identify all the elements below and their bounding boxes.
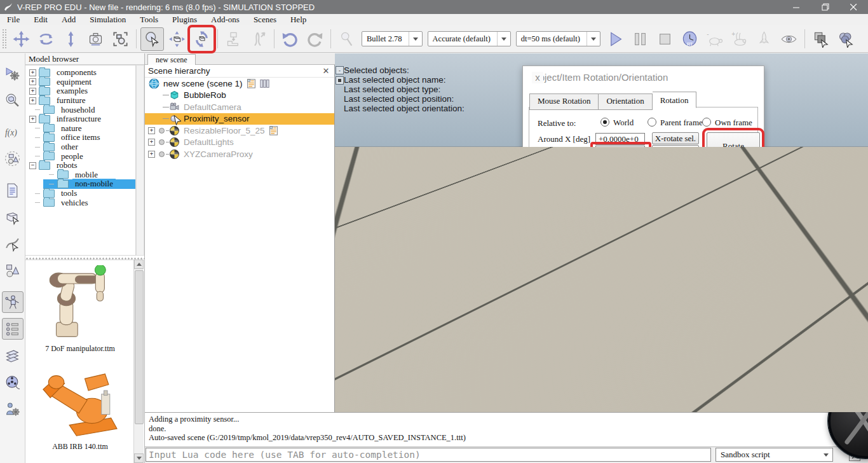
expand-icon[interactable]: + <box>29 116 36 123</box>
calculation-modules-button[interactable]: f(x) <box>2 121 24 142</box>
shape-edit-button[interactable] <box>2 206 24 228</box>
add-primitive-button[interactable] <box>2 259 24 281</box>
tab-new-scene[interactable]: new scene <box>147 54 196 66</box>
around-x-field[interactable]: +0.0000e+0 <box>595 133 645 145</box>
tab-rotation[interactable]: Rotation <box>653 92 697 108</box>
camera-settings-button[interactable] <box>2 89 24 111</box>
expand-icon[interactable]: + <box>29 88 36 95</box>
resources-icon[interactable] <box>260 79 269 88</box>
hierarchy-item-xyzcameraproxy[interactable]: +XYZCameraProxy <box>145 148 334 160</box>
rotate-selection-button[interactable]: Rotate selection <box>707 132 760 170</box>
menu-help[interactable]: Help <box>283 14 313 25</box>
radio-world[interactable]: World <box>600 118 634 128</box>
dialog-close-icon[interactable]: x <box>532 72 543 83</box>
scroll-up-icon[interactable] <box>134 259 144 269</box>
menu-simulation[interactable]: Simulation <box>83 14 133 25</box>
model-tree-item-equipment[interactable]: +equipment <box>25 78 135 87</box>
object-select-button[interactable] <box>140 27 164 51</box>
collapse-icon[interactable]: − <box>29 162 36 169</box>
model-thumb-abb[interactable]: ABB IRB 140.ttm <box>29 363 131 452</box>
model-tree-item-mobile[interactable]: mobile <box>25 170 135 180</box>
hierarchy-item-resizablefloor-5-25[interactable]: +ResizableFloor_5_25 <box>145 125 334 137</box>
engine-accuracy-dropdown[interactable]: Accurate (default) <box>428 31 511 46</box>
x-rotate-button[interactable]: X-rotate sel. <box>652 132 699 144</box>
start-simulation-button[interactable] <box>604 27 627 51</box>
simulation-timestep-dropdown[interactable]: dt=50 ms (default) <box>516 31 600 46</box>
thumbnails-scrollbar[interactable] <box>133 259 144 463</box>
radio-world-control[interactable] <box>600 118 609 127</box>
video-recorder-button[interactable] <box>2 371 24 393</box>
around-y-field[interactable]: +9.0000e+1 <box>595 146 645 158</box>
real-time-mode-button[interactable]: RT <box>678 27 702 51</box>
model-tree-item-examples[interactable]: +examples <box>25 86 135 96</box>
script-selector-dropdown[interactable]: Sandbox script <box>715 448 833 462</box>
radio-own-frame[interactable]: Own frame <box>702 118 752 128</box>
close-button[interactable] <box>839 0 868 14</box>
threaded-rendering-button[interactable] <box>752 27 776 51</box>
hierarchy-close-icon[interactable]: ✕ <box>322 66 330 76</box>
path-edit-button[interactable] <box>2 233 24 254</box>
undo-button[interactable] <box>278 27 302 51</box>
expand-icon[interactable]: + <box>29 97 36 104</box>
model-tree-item-tools[interactable]: tools <box>25 189 135 198</box>
scroll-down-icon[interactable] <box>134 453 144 463</box>
model-tree-item-office-items[interactable]: office items <box>25 133 135 142</box>
minimize-button[interactable] <box>782 0 811 14</box>
assemble-button[interactable] <box>222 27 245 51</box>
fit-to-view-button[interactable] <box>109 27 132 51</box>
radio-parent-frame[interactable]: Parent frame <box>648 118 703 128</box>
stop-simulation-button[interactable] <box>653 27 677 51</box>
model-tree-item-infrastructure[interactable]: +infrastructure <box>25 114 135 124</box>
script-icon[interactable] <box>269 126 278 135</box>
menu-file[interactable]: File <box>0 14 27 25</box>
slow-down-button[interactable]: - <box>703 27 726 51</box>
model-tree-item-components[interactable]: +components <box>25 68 135 78</box>
model-tree-item-furniture[interactable]: +furniture <box>25 96 135 106</box>
menu-scenes[interactable]: Scenes <box>247 14 283 25</box>
model-tree-scrollbar[interactable] <box>136 65 144 256</box>
visibility-knob-icon[interactable] <box>159 139 165 145</box>
shift-view-button[interactable] <box>59 27 83 51</box>
menu-add[interactable]: Add <box>55 14 83 25</box>
radio-own-frame-control[interactable] <box>702 118 711 127</box>
restore-button[interactable] <box>811 0 839 14</box>
expand-icon[interactable]: + <box>29 78 36 85</box>
script-icon[interactable] <box>247 79 256 88</box>
visibility-eye-button[interactable] <box>777 27 801 51</box>
hierarchy-item-bubblerob[interactable]: BubbleRob <box>145 90 334 102</box>
hierarchy-item-defaultcamera[interactable]: DefaultCamera <box>145 101 334 113</box>
model-tree-item-non-mobile[interactable]: non-mobile <box>25 179 135 189</box>
tab-orientation[interactable]: Orientation <box>599 93 652 110</box>
around-z-field[interactable]: +9.0000e+1 <box>595 158 645 170</box>
object-translate-button[interactable] <box>165 27 189 51</box>
layers-button[interactable] <box>2 345 24 366</box>
hierarchy-item-proximity-sensor[interactable]: Proximity_sensor <box>145 113 334 125</box>
object-rotate-button[interactable] <box>190 27 214 51</box>
model-tree-item-other[interactable]: other <box>25 142 135 152</box>
model-tree-item-robots[interactable]: −robots <box>25 161 135 170</box>
transfer-dna-button[interactable] <box>247 27 270 51</box>
pan-view-button[interactable] <box>10 27 33 51</box>
model-tree-item-people[interactable]: people <box>25 151 135 161</box>
radio-parent-frame-control[interactable] <box>648 118 656 127</box>
hierarchy-item-new-scene-scene-1[interactable]: new scene (scene 1) <box>145 78 334 90</box>
scrollbar-thumb[interactable] <box>135 270 144 424</box>
y-rotate-button[interactable]: Y-rotate sel. <box>652 145 699 157</box>
model-tree-item-vehicles[interactable]: vehicles <box>25 198 135 207</box>
redo-button[interactable] <box>303 27 327 51</box>
info-mode-icon[interactable] <box>336 76 344 85</box>
page-selector-button[interactable] <box>809 27 832 51</box>
user-settings-button[interactable] <box>2 398 24 420</box>
dynamics-visualization-button[interactable] <box>335 27 358 51</box>
expand-icon[interactable]: + <box>148 127 155 134</box>
model-tree-item-household[interactable]: household <box>25 105 135 114</box>
physics-engine-dropdown[interactable]: Bullet 2.78 <box>362 31 423 46</box>
model-browser-toggle-button[interactable] <box>2 291 24 313</box>
model-thumb-7dof[interactable]: 7 DoF manipulator.ttm <box>29 265 131 354</box>
tab-mouse-rotation[interactable]: Mouse Rotation <box>529 93 599 110</box>
menu-add-ons[interactable]: Add-ons <box>204 14 247 25</box>
rotate-view-button[interactable] <box>34 27 58 51</box>
collections-button[interactable] <box>2 148 24 169</box>
menu-plugins[interactable]: Plugins <box>165 14 204 25</box>
menu-edit[interactable]: Edit <box>27 14 55 25</box>
